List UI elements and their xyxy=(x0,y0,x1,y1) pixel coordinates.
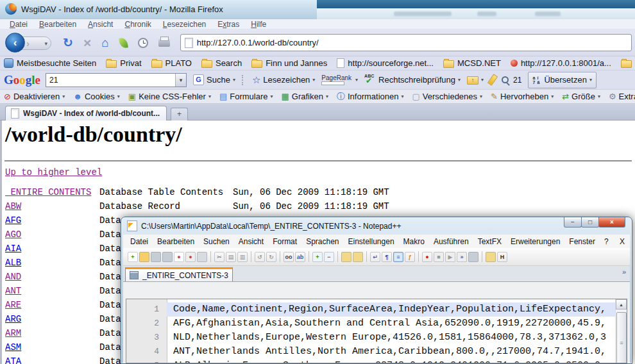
bookmark-item[interactable]: Meistbesuchte Seiten xyxy=(4,58,96,68)
paste-icon[interactable]: ▥ xyxy=(237,252,248,262)
reload-button[interactable]: ↻ xyxy=(63,35,73,51)
webdev-item[interactable]: ✎ Hervorheben ▾ xyxy=(491,92,554,101)
line-text[interactable]: NLD,Netherlands,Europe,Western Europe,41… xyxy=(167,331,616,345)
scrollbar-thumb[interactable]: ≡ xyxy=(616,312,627,363)
highlighter-button[interactable] xyxy=(490,74,495,85)
scroll-up-icon[interactable]: ▲ xyxy=(616,299,627,310)
notepad-menu-item[interactable]: Einstellungen xyxy=(344,237,399,246)
macro-play-icon[interactable]: ▶ xyxy=(445,252,455,262)
resource-link[interactable]: _ENTIRE_CONTENTS xyxy=(5,187,91,197)
chevron-down-icon[interactable]: ▾ xyxy=(355,77,358,83)
close-document-icon[interactable]: X xyxy=(620,237,625,246)
menu-item[interactable]: Hilfe xyxy=(245,20,272,29)
editor-lines[interactable]: 1 Code,Name,Continent,Region,SurfaceArea… xyxy=(126,302,616,363)
zoom-in-icon[interactable]: + xyxy=(312,252,323,262)
notepad-menu-item[interactable]: Ansicht xyxy=(234,237,268,246)
line-text[interactable]: ANT,Netherlands Antilles,North America,C… xyxy=(167,345,616,359)
bookmark-item[interactable]: http://127.0.0.1:8001/a... xyxy=(511,58,611,68)
resource-link[interactable]: ASM xyxy=(5,342,21,352)
notepad-menu-item[interactable]: Ausführen xyxy=(429,237,473,246)
chevron-down-icon[interactable]: ▾ xyxy=(326,94,328,99)
chevron-down-icon[interactable]: ▾ xyxy=(312,77,315,83)
home-button[interactable]: ⌂ xyxy=(101,35,108,51)
webdev-item[interactable]: ▣ Keine CSS-Fehler ▾ xyxy=(128,92,211,101)
notepad-menu-item[interactable]: Sprachen xyxy=(301,237,343,246)
notepad-menu-item[interactable]: Suchen xyxy=(199,237,234,246)
resource-link[interactable]: ATA xyxy=(5,356,21,364)
url-text[interactable]: http://127.0.0.1/world-db/country/ xyxy=(197,38,319,47)
open-folder-icon[interactable] xyxy=(139,252,149,262)
close-doc-icon[interactable]: ● xyxy=(174,252,184,262)
notepad-titlebar[interactable]: C:\Users\Martin\AppData\Local\Temp\_ENTI… xyxy=(127,220,401,231)
chevron-down-icon[interactable]: ▾ xyxy=(481,77,484,83)
chevron-down-icon[interactable]: ▾ xyxy=(271,94,273,99)
tab-wsgidav[interactable]: WsgiDAV - Index of /world-db/count... xyxy=(5,106,167,120)
replace-icon[interactable]: ab xyxy=(295,252,305,262)
webdev-item[interactable]: ⓘ Informationen ▾ xyxy=(337,92,404,101)
search-dropdown-icon[interactable]: ▾ xyxy=(175,74,186,87)
resource-link[interactable]: ARG xyxy=(5,314,21,324)
editor-scrollbar[interactable]: ▲ ≡ xyxy=(615,299,627,363)
html-preview-icon[interactable]: H xyxy=(497,252,507,262)
notepad-menu-item[interactable]: Format xyxy=(268,237,301,246)
close-button[interactable]: × xyxy=(598,217,625,228)
cut-icon[interactable]: ✂ xyxy=(214,252,224,262)
webdev-item[interactable]: ⊘ Deaktivieren ▾ xyxy=(4,92,65,101)
history-clock-icon[interactable] xyxy=(138,38,148,48)
close-all-icon[interactable]: ● xyxy=(185,252,196,262)
zoom-indicator[interactable]: 21 xyxy=(502,76,521,85)
chevron-down-icon[interactable]: ▾ xyxy=(480,94,482,99)
line-text[interactable]: Code,Name,Continent,Region,SurfaceArea,I… xyxy=(167,302,616,317)
notepad-menu-item[interactable]: Makro xyxy=(399,237,429,246)
chevron-down-icon[interactable]: ▾ xyxy=(208,94,211,99)
webdev-item[interactable]: ☻ Cookies ▾ xyxy=(73,92,120,101)
google-bookmarks-button[interactable]: ☆ Lesezeichen ▾ xyxy=(252,75,315,85)
macro-save-icon[interactable] xyxy=(468,252,478,262)
bookmark-item[interactable]: Search xyxy=(201,58,242,68)
bookmark-item[interactable]: Privat xyxy=(106,58,141,68)
notepad-menu-item[interactable]: Bearbeiten xyxy=(153,237,199,246)
menu-item[interactable]: Chronik xyxy=(119,20,157,29)
spellcheck-button[interactable]: ABC ✔ Rechtschreibprüfung ▾ xyxy=(364,75,461,85)
google-search-box[interactable]: 21 ▾ xyxy=(46,73,187,87)
chevron-down-icon[interactable]: ▾ xyxy=(458,77,461,83)
minimize-button[interactable]: − xyxy=(564,217,582,228)
editor-line[interactable]: 2 AFG,Afghanistan,Asia,Southern and Cent… xyxy=(126,317,616,331)
copy-icon[interactable]: ▤ xyxy=(226,252,236,262)
resource-link[interactable]: ABW xyxy=(5,201,21,211)
new-file-icon[interactable]: + xyxy=(128,252,138,262)
menu-item[interactable]: Extras xyxy=(212,20,245,29)
up-to-higher-level-link[interactable]: Up to higher level xyxy=(5,167,102,178)
google-search-value[interactable]: 21 xyxy=(46,76,175,85)
chevron-down-icon[interactable]: ▾ xyxy=(589,77,592,83)
resource-link[interactable]: AFG xyxy=(5,215,21,226)
webdev-item[interactable]: ⇄ Größe ▾ xyxy=(562,92,600,101)
restore-button[interactable]: □ xyxy=(581,217,599,228)
editor-line[interactable]: 4 ANT,Netherlands Antilles,North America… xyxy=(126,345,616,359)
chevron-down-icon[interactable]: ▾ xyxy=(401,94,403,99)
undo-icon[interactable]: ↺ xyxy=(255,252,265,262)
chevron-down-icon[interactable]: ▾ xyxy=(233,77,235,83)
editor-line[interactable]: 3 NLD,Netherlands,Europe,Western Europe,… xyxy=(126,331,616,345)
save-icon[interactable] xyxy=(151,252,161,262)
text-editor[interactable]: 1 Code,Name,Continent,Region,SurfaceArea… xyxy=(126,299,627,363)
resource-link[interactable]: ARE xyxy=(5,300,21,310)
zoom-out-icon[interactable]: − xyxy=(324,252,334,262)
line-text[interactable]: ALB,Albania,Europe,Southern Europe,28748… xyxy=(167,359,616,363)
pagerank-widget[interactable]: PageRank xyxy=(321,74,351,85)
history-dropdown-icon[interactable]: ▾ xyxy=(44,37,47,50)
notepad-menu-item[interactable]: Erweiterungen xyxy=(506,237,564,246)
doc-monitor-icon[interactable] xyxy=(486,252,496,262)
new-tab-button[interactable]: + xyxy=(171,108,188,121)
back-button[interactable]: ‹ xyxy=(5,33,25,53)
editor-line[interactable]: 1 Code,Name,Continent,Region,SurfaceArea… xyxy=(126,302,616,317)
webdev-item[interactable]: ▦ Grafiken ▾ xyxy=(282,92,328,101)
chevron-down-icon[interactable]: ▾ xyxy=(551,94,554,99)
macro-stop-icon[interactable]: ■ xyxy=(434,252,444,262)
google-search-button[interactable]: G Suche ▾ xyxy=(193,74,235,85)
bookmark-item[interactable]: PLATO xyxy=(151,58,192,68)
word-wrap-icon[interactable]: ↵ xyxy=(370,252,380,262)
notepad-menu-item[interactable]: TextFX xyxy=(473,237,506,246)
indent-guide-icon[interactable]: ≡ xyxy=(393,252,403,262)
stop-button[interactable]: × xyxy=(83,35,91,51)
